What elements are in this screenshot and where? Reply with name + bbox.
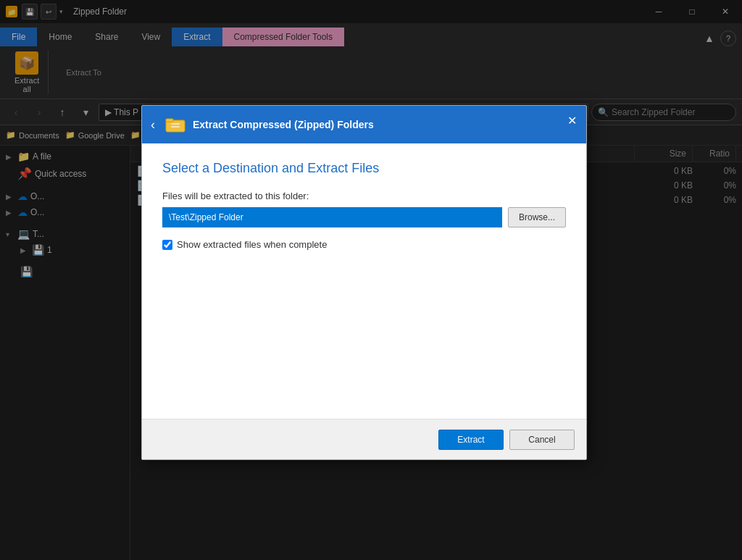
modal-close-button[interactable]: ✕ [563, 112, 580, 129]
modal-folder-icon [165, 114, 186, 135]
extract-button[interactable]: Extract [438, 430, 504, 450]
modal-overlay: ‹ Extract Compressed (Zipped) Folders ✕ … [0, 0, 742, 560]
browse-button[interactable]: Browse... [508, 207, 566, 227]
show-files-checkbox[interactable] [162, 240, 172, 250]
svg-rect-2 [171, 123, 180, 125]
extract-dialog: ‹ Extract Compressed (Zipped) Folders ✕ … [141, 105, 587, 460]
modal-back-button[interactable]: ‹ [151, 117, 155, 133]
cancel-button[interactable]: Cancel [509, 430, 575, 450]
modal-subtitle: Select a Destination and Extract Files [162, 161, 566, 176]
svg-rect-3 [171, 126, 180, 128]
modal-footer: Extract Cancel [142, 419, 586, 459]
destination-input[interactable] [162, 207, 502, 227]
show-files-label: Show extracted files when complete [177, 239, 327, 250]
show-files-checkbox-row: Show extracted files when complete [162, 239, 566, 250]
modal-body: Select a Destination and Extract Files F… [142, 143, 586, 419]
modal-header: ‹ Extract Compressed (Zipped) Folders ✕ [142, 106, 586, 143]
modal-title: Extract Compressed (Zipped) Folders [193, 119, 374, 130]
svg-rect-1 [166, 119, 173, 122]
destination-label: Files will be extracted to this folder: [162, 191, 566, 201]
destination-row: Browse... [162, 207, 566, 227]
